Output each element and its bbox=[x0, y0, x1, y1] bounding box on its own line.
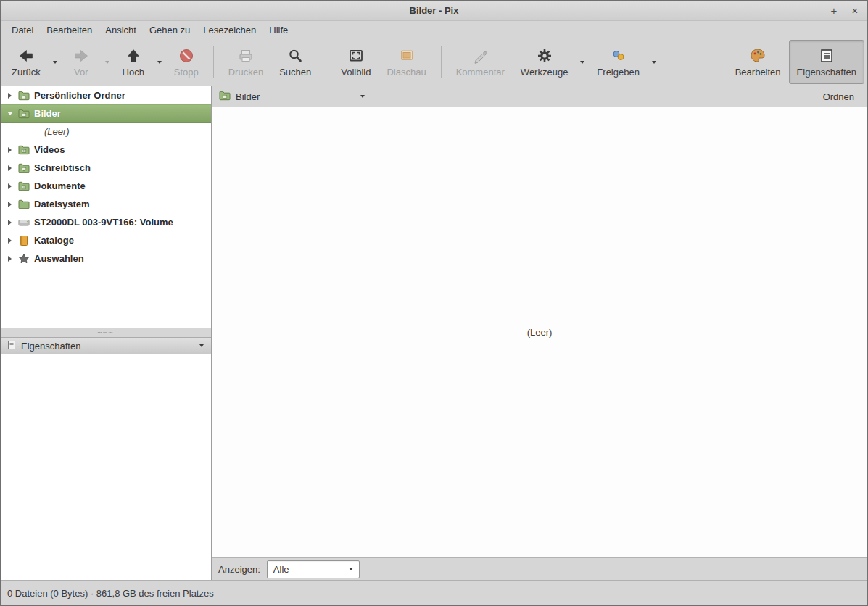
document-icon bbox=[7, 340, 17, 352]
menu-bearbeiten[interactable]: Bearbeiten bbox=[40, 22, 99, 38]
toolbar-separator bbox=[441, 46, 442, 78]
search-icon bbox=[286, 46, 304, 65]
printer-icon bbox=[237, 46, 255, 65]
tools-button-label: Werkzeuge bbox=[521, 67, 569, 78]
star-icon bbox=[18, 253, 30, 265]
sidebar-item-kataloge[interactable]: Kataloge bbox=[1, 231, 211, 249]
share-button-label: Freigeben bbox=[597, 67, 640, 78]
expander-icon[interactable] bbox=[6, 147, 14, 153]
arrow-left-icon bbox=[17, 46, 35, 65]
expander-icon[interactable] bbox=[6, 183, 14, 189]
edit-image-button[interactable]: Bearbeiten bbox=[727, 40, 789, 84]
window-title: Bilder - Pix bbox=[410, 5, 459, 16]
fullscreen-button-label: Vollbild bbox=[341, 67, 371, 78]
grip-dots-icon: ┄┄┄ bbox=[98, 330, 114, 336]
filesystem-folder-icon bbox=[18, 199, 30, 210]
current-folder-label[interactable]: Bilder bbox=[236, 91, 260, 102]
up-dropdown[interactable] bbox=[153, 40, 166, 84]
chevron-down-icon bbox=[360, 95, 365, 98]
filter-bar: Anzeigen: Alle bbox=[212, 558, 867, 580]
palette-icon bbox=[749, 46, 766, 65]
expander-icon[interactable] bbox=[6, 220, 14, 225]
file-browser-view: (Leer) bbox=[212, 107, 867, 558]
sidebar-item-label: Schreibtisch bbox=[34, 162, 91, 173]
sidebar-item-label: Dateisystem bbox=[34, 199, 90, 209]
sidebar-item-label: Auswahlen bbox=[34, 253, 84, 264]
pictures-folder-icon bbox=[18, 108, 30, 120]
chevron-down-icon bbox=[199, 344, 204, 347]
menu-datei[interactable]: Datei bbox=[5, 22, 40, 38]
expander-icon[interactable] bbox=[6, 256, 14, 262]
slideshow-button: Diaschau bbox=[379, 40, 434, 84]
location-bar: Bilder Ordnen bbox=[212, 86, 867, 107]
pane-splitter[interactable]: ┄┄┄ bbox=[1, 328, 211, 337]
maximize-icon[interactable]: + bbox=[829, 4, 839, 17]
properties-button[interactable]: Eigenschaften bbox=[789, 40, 864, 84]
expander-icon[interactable] bbox=[6, 112, 14, 115]
chevron-down-icon bbox=[652, 61, 656, 64]
sidebar-item-label: (Leer) bbox=[44, 126, 70, 137]
sidebar-item-label: Bilder bbox=[34, 108, 61, 119]
videos-folder-icon bbox=[18, 144, 30, 156]
sidebar-item-dateisystem[interactable]: Dateisystem bbox=[1, 195, 211, 213]
sort-button[interactable]: Ordnen bbox=[817, 89, 860, 104]
filter-combobox[interactable]: Alle bbox=[267, 560, 360, 578]
edit-image-button-label: Bearbeiten bbox=[735, 67, 781, 78]
fullscreen-icon bbox=[347, 46, 365, 65]
menu-ansicht[interactable]: Ansicht bbox=[99, 22, 143, 38]
tools-button[interactable]: Werkzeuge bbox=[513, 40, 576, 84]
properties-pane-dropdown[interactable] bbox=[198, 344, 205, 347]
fullscreen-button[interactable]: Vollbild bbox=[333, 40, 379, 84]
comment-button-label: Kommentar bbox=[456, 67, 505, 78]
up-button[interactable]: Hoch bbox=[114, 40, 153, 84]
back-button[interactable]: Zurück bbox=[4, 40, 49, 84]
back-history-dropdown[interactable] bbox=[49, 40, 62, 84]
sidebar-item-schreibtisch[interactable]: Schreibtisch bbox=[1, 159, 211, 177]
main-body: Persönlicher Ordner Bilder (Leer) bbox=[1, 86, 867, 580]
forward-history-dropdown bbox=[101, 40, 114, 84]
documents-folder-icon bbox=[18, 180, 30, 192]
expander-icon[interactable] bbox=[6, 165, 14, 171]
chevron-down-icon bbox=[580, 61, 584, 64]
content-area: Bilder Ordnen (Leer) Anzeigen: Alle bbox=[212, 86, 867, 580]
location-dropdown[interactable] bbox=[357, 94, 368, 99]
toolbar-separator bbox=[213, 46, 214, 78]
toolbar: Zurück Vor Hoch Stopp bbox=[1, 38, 867, 86]
expander-icon[interactable] bbox=[6, 202, 14, 207]
toolbar-separator bbox=[326, 46, 326, 78]
properties-pane-header[interactable]: Eigenschaften bbox=[1, 337, 211, 354]
statusbar-text: 0 Dateien (0 Bytes) · 861,8 GB des freie… bbox=[7, 588, 214, 599]
minimize-icon[interactable]: – bbox=[808, 4, 818, 17]
sidebar-item-bilder[interactable]: Bilder bbox=[1, 104, 211, 123]
share-dropdown[interactable] bbox=[648, 40, 661, 84]
statusbar: 0 Dateien (0 Bytes) · 861,8 GB des freie… bbox=[1, 580, 867, 605]
chevron-down-icon bbox=[349, 568, 353, 570]
stop-button: Stopp bbox=[166, 40, 207, 84]
sidebar-item-personal-folder[interactable]: Persönlicher Ordner bbox=[1, 86, 211, 104]
sidebar-item-label: Videos bbox=[34, 144, 65, 155]
search-button[interactable]: Suchen bbox=[271, 40, 319, 84]
sidebar-item-videos[interactable]: Videos bbox=[1, 141, 211, 159]
sidebar-item-label: Kataloge bbox=[34, 235, 74, 246]
app-window: Bilder - Pix – + × Datei Bearbeiten Ansi… bbox=[0, 0, 868, 606]
comment-button: Kommentar bbox=[448, 40, 513, 84]
menu-lesezeichen[interactable]: Lesezeichen bbox=[197, 22, 263, 38]
sidebar-item-auswahlen[interactable]: Auswahlen bbox=[1, 249, 211, 267]
gear-icon bbox=[536, 46, 553, 65]
share-button[interactable]: Freigeben bbox=[589, 40, 648, 84]
sidebar-item-label: ST2000DL 003-9VT166: Volume bbox=[34, 217, 173, 228]
up-button-label: Hoch bbox=[123, 67, 144, 78]
sidebar-item-dokumente[interactable]: Dokumente bbox=[1, 177, 211, 195]
properties-button-label: Eigenschaften bbox=[797, 67, 856, 78]
expander-icon[interactable] bbox=[6, 238, 14, 244]
expander-icon[interactable] bbox=[6, 93, 14, 99]
menu-gehen-zu[interactable]: Gehen zu bbox=[143, 22, 197, 38]
slideshow-button-label: Diaschau bbox=[387, 67, 426, 78]
sidebar-item-volume[interactable]: ST2000DL 003-9VT166: Volume bbox=[1, 213, 211, 231]
search-button-label: Suchen bbox=[279, 67, 311, 78]
tools-dropdown[interactable] bbox=[576, 40, 589, 84]
titlebar: Bilder - Pix – + × bbox=[1, 1, 867, 21]
close-icon[interactable]: × bbox=[850, 4, 860, 17]
menu-hilfe[interactable]: Hilfe bbox=[263, 22, 294, 38]
desktop-folder-icon bbox=[18, 162, 30, 174]
